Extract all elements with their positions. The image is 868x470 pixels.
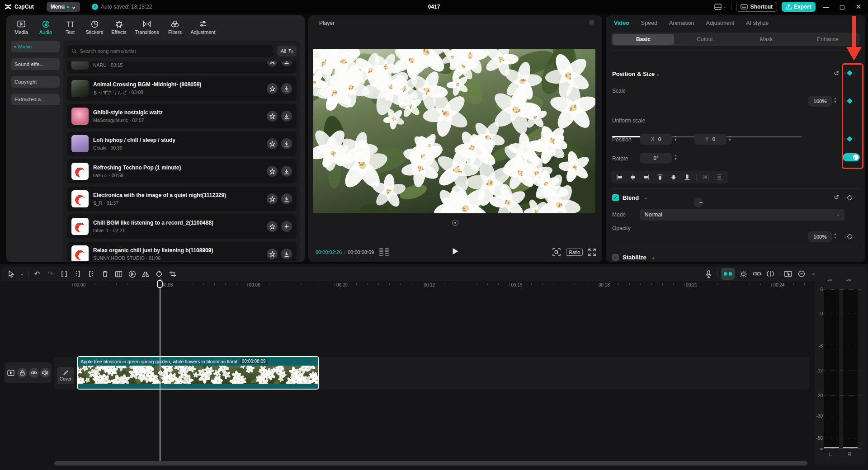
download-icon[interactable]	[281, 83, 292, 94]
menu-button[interactable]: Menu ⌄	[47, 2, 80, 12]
download-icon[interactable]	[281, 166, 292, 177]
play-button[interactable]	[452, 248, 459, 257]
reset-position-size-icon[interactable]: ↺	[834, 70, 839, 77]
timeline-preview-button[interactable]	[781, 268, 795, 280]
split-button[interactable]	[57, 268, 71, 280]
align-right-icon[interactable]	[642, 173, 651, 181]
mirror-button[interactable]	[139, 268, 152, 280]
shortcut-button[interactable]: Shortcut	[736, 2, 777, 12]
favorite-star-icon[interactable]	[267, 249, 278, 259]
download-icon[interactable]	[281, 111, 292, 122]
keyframe-diamond-icon[interactable]	[847, 98, 853, 104]
library-tab-adjustment[interactable]: Adjustment	[188, 18, 218, 37]
inspector-subtab-mask[interactable]: Mask	[736, 34, 797, 45]
favorite-star-icon[interactable]	[267, 221, 278, 232]
song-row[interactable]: Lofi hiphop / chill / sleep / studyChiak…	[67, 132, 297, 156]
next-keyframe-icon[interactable]: ›	[854, 70, 855, 75]
keyframe-diamond-icon[interactable]	[847, 155, 853, 161]
inspector-subtab-basic[interactable]: Basic	[613, 34, 674, 45]
keyframe-diamond-outline-icon[interactable]	[847, 234, 853, 240]
fullscreen-icon[interactable]	[588, 249, 596, 256]
favorite-star-icon[interactable]	[267, 138, 278, 149]
rotate-dial[interactable]	[693, 197, 703, 207]
main-track-icon[interactable]	[6, 368, 16, 378]
align-center-vertical-icon[interactable]	[669, 173, 678, 181]
scale-stepper[interactable]: ▲▼	[834, 97, 837, 103]
add-to-timeline-icon[interactable]	[281, 221, 292, 232]
playhead-handle[interactable]	[157, 280, 163, 288]
preview-quality-icon[interactable]	[552, 248, 561, 256]
blend-mode-dropdown[interactable]: Normal ⌄	[640, 209, 844, 221]
snap-toggle-button[interactable]	[721, 268, 735, 280]
library-tab-media[interactable]: Media	[10, 18, 33, 37]
blend-checkbox[interactable]: ✓	[612, 194, 619, 201]
align-center-horizontal-icon[interactable]	[628, 173, 637, 181]
song-row[interactable]: Animal Crossing BGM -Midnight- (808059)き…	[67, 76, 297, 101]
select-tool-button[interactable]	[5, 268, 18, 280]
video-clip[interactable]: Apple tree blossom in green spring garde…	[77, 356, 319, 390]
sidebar-item-extracteda[interactable]: Extracted a...	[11, 94, 60, 105]
align-left-icon[interactable]	[615, 173, 624, 181]
align-top-icon[interactable]	[656, 173, 665, 181]
position-y-input[interactable]: Y 0	[694, 134, 726, 145]
select-tool-chevron[interactable]: ⌄	[18, 268, 26, 280]
song-row[interactable]: Ghibli-style nostalgic waltzMaSssuguMusi…	[67, 104, 297, 128]
sidebar-item-copyright[interactable]: Copyright	[11, 76, 60, 88]
download-icon[interactable]	[281, 193, 292, 204]
inspector-tab-speed[interactable]: Speed	[641, 20, 657, 29]
opacity-value-input[interactable]: 100%	[808, 231, 832, 242]
horizontal-scrollbar[interactable]	[54, 461, 807, 465]
inspector-tab-ai-stylize[interactable]: AI stylize	[746, 20, 769, 29]
stabilize-checkbox[interactable]: ✓	[612, 254, 619, 261]
freeze-frame-button[interactable]	[112, 268, 125, 280]
library-tab-effects[interactable]: Effects	[108, 18, 130, 37]
inspector-tab-adjustment[interactable]: Adjustment	[706, 20, 735, 29]
close-button[interactable]: ✕	[853, 0, 864, 14]
favorite-star-icon[interactable]	[267, 111, 278, 122]
inspector-tab-video[interactable]: Video	[614, 20, 629, 29]
frame-preview-icon[interactable]	[379, 248, 389, 256]
export-button[interactable]: Export	[782, 2, 816, 12]
reverse-button[interactable]	[125, 268, 139, 280]
filter-all-button[interactable]: All	[277, 46, 297, 56]
distribute-horizontal-icon[interactable]	[701, 173, 710, 181]
position-x-stepper[interactable]: ▲▼	[674, 135, 677, 141]
position-y-stepper[interactable]: ▲▼	[728, 135, 731, 141]
song-row[interactable]: Electronica with the image of a quiet ni…	[67, 187, 297, 211]
player-menu-icon[interactable]: ☰	[589, 19, 595, 27]
download-icon[interactable]	[281, 249, 292, 259]
inspector-subtab-enhance[interactable]: Enhance	[797, 34, 859, 45]
auto-snap-button[interactable]	[736, 268, 750, 280]
rotate-button[interactable]	[152, 268, 166, 280]
delete-right-button[interactable]	[85, 268, 98, 280]
favorite-star-icon[interactable]	[267, 193, 278, 204]
mute-track-icon[interactable]	[40, 368, 50, 378]
prev-keyframe-icon[interactable]: ‹	[844, 70, 846, 75]
inspector-tab-animation[interactable]: Animation	[669, 20, 694, 29]
minimize-button[interactable]: —	[820, 0, 832, 14]
anchor-point-icon[interactable]	[452, 220, 458, 226]
search-input[interactable]: Search song name/artist	[67, 45, 274, 57]
song-row[interactable]: A fashionable Song where time passes slo…	[67, 61, 297, 73]
download-icon[interactable]	[281, 138, 292, 149]
song-row[interactable]: Refreshing Techno Pop (1 minute)kazu☆ · …	[67, 159, 297, 183]
unlink-button[interactable]	[764, 268, 777, 280]
delete-left-button[interactable]	[71, 268, 85, 280]
library-tab-audio[interactable]: Audio	[34, 18, 57, 37]
link-button[interactable]	[750, 268, 764, 280]
cover-button[interactable]: Cover	[57, 367, 74, 384]
library-tab-filters[interactable]: Filters	[164, 18, 186, 37]
redo-button[interactable]: ↷	[44, 268, 57, 280]
library-tab-transitions[interactable]: Transitions	[132, 18, 162, 37]
delete-button[interactable]	[98, 268, 112, 280]
sidebar-item-soundeffe[interactable]: Sound effe...	[11, 58, 60, 70]
maximize-button[interactable]: ▢	[836, 0, 848, 14]
video-preview[interactable]	[313, 49, 595, 213]
download-icon[interactable]	[281, 61, 292, 66]
opacity-stepper[interactable]: ▲▼	[834, 232, 837, 239]
timeline-ruler[interactable]: 00:0000:0300:0600:0900:1200:1500:1800:21…	[54, 282, 809, 290]
toggle-visibility-icon[interactable]	[29, 368, 39, 378]
reset-blend-icon[interactable]: ↺	[834, 193, 839, 201]
undo-button[interactable]: ↶	[30, 268, 44, 280]
favorite-star-icon[interactable]	[267, 61, 278, 66]
